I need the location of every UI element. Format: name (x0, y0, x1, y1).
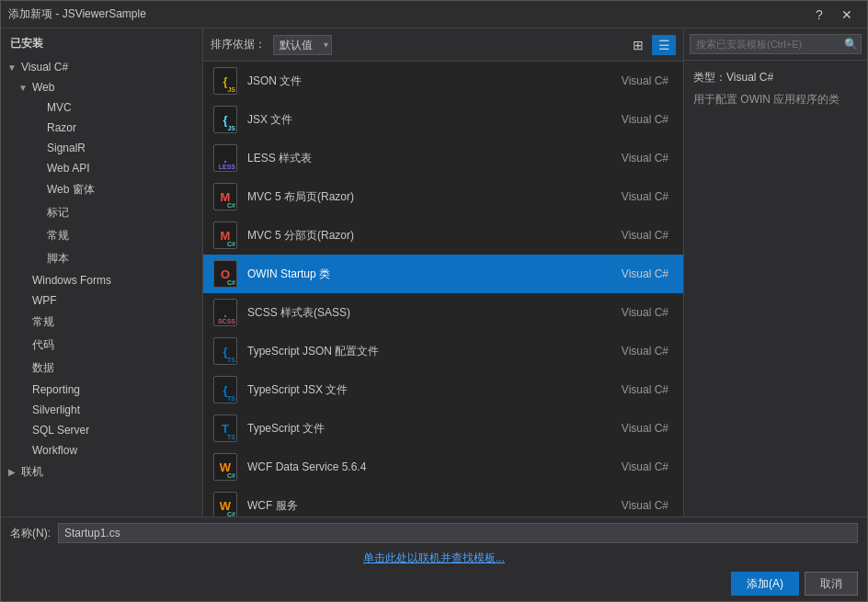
item-icon-mvc5layout: M C# (211, 182, 240, 211)
tree-expand-webapi (30, 161, 45, 176)
tree-expand-workflow (16, 443, 30, 458)
tree-expand-reporting (16, 382, 30, 397)
add-button[interactable]: 添加(A) (731, 572, 799, 596)
help-button[interactable]: ? (806, 5, 832, 25)
item-icon-scss: . SCSS (211, 298, 240, 327)
item-category-wcfservice: Visual C# (622, 499, 668, 512)
tree-item-signalr[interactable]: SignalR (1, 138, 202, 158)
title-bar: 添加新项 - JSViewerSample ? ✕ (1, 1, 867, 28)
tree-item-webapi[interactable]: Web API (1, 158, 202, 178)
tree-item-silverlight[interactable]: Silverlight (1, 400, 202, 420)
tree-item-visual-c#[interactable]: ▼ Visual C# (1, 57, 202, 77)
tree-item-workflow[interactable]: Workflow (1, 440, 202, 460)
item-category-ts: Visual C# (622, 422, 668, 435)
tree-container: ▼ Visual C# ▼ Web MVC Razor SignalR Web … (1, 55, 202, 517)
item-name-tsjson: TypeScript JSON 配置文件 (247, 344, 622, 359)
tree-item-wpf[interactable]: WPF (1, 290, 202, 311)
tree-label-workflow: Workflow (30, 443, 79, 458)
grid-view-button[interactable]: ⊞ (626, 35, 650, 55)
title-bar-text: 添加新项 - JSViewerSample (8, 6, 806, 22)
tree-expand-general1 (16, 315, 30, 330)
search-icon[interactable]: 🔍 (844, 38, 858, 51)
item-name-wcfdata: WCF Data Service 5.6.4 (247, 460, 622, 473)
main-content: 已安装 ▼ Visual C# ▼ Web MVC Razor SignalR … (1, 28, 867, 517)
right-panel-content: 类型：Visual C# 用于配置 OWIN 应用程序的类 (684, 61, 867, 517)
cancel-button[interactable]: 取消 (805, 572, 858, 596)
tree-item-data[interactable]: 数据 (1, 357, 202, 380)
tree-label-code: 代码 (30, 336, 56, 354)
name-input[interactable] (58, 523, 858, 543)
list-item-json[interactable]: { JS JSON 文件 Visual C# (203, 62, 683, 100)
tree-item-mark[interactable]: 标记 (1, 201, 202, 224)
close-button[interactable]: ✕ (834, 5, 860, 25)
item-category-mvc5layout: Visual C# (622, 190, 668, 203)
center-panel: 排序依据： 默认值名称类型 ⊞ ☰ { JS JSON 文件 Visual C#… (203, 28, 683, 517)
item-name-json: JSON 文件 (247, 74, 622, 89)
tree-expand-data (16, 361, 30, 376)
list-item-wcfservice[interactable]: W C# WCF 服务 Visual C# (203, 486, 683, 517)
tree-item-webwindow[interactable]: Web 窗体 (1, 178, 202, 201)
tree-label-visual-c#: Visual C# (19, 60, 70, 74)
tree-expand-web[interactable]: ▼ (16, 80, 30, 95)
tree-label-mark: 标记 (45, 204, 71, 221)
list-item-mvc5partial[interactable]: M C# MVC 5 分部页(Razor) Visual C# (203, 216, 683, 255)
tree-expand-script (30, 252, 45, 267)
search-input[interactable] (690, 34, 862, 54)
item-icon-tsjson: { TS (211, 336, 240, 366)
item-name-jsx: JSX 文件 (247, 112, 622, 128)
tree-item-reporting[interactable]: Reporting (1, 380, 202, 400)
tree-item-web[interactable]: ▼ Web (1, 77, 202, 97)
tree-item-script[interactable]: 脚本 (1, 247, 202, 270)
search-input-wrapper: 🔍 (690, 34, 862, 54)
tree-label-general: 常规 (45, 227, 71, 244)
tree-label-silverlight: Silverlight (30, 403, 82, 417)
sort-select[interactable]: 默认值名称类型 (273, 35, 332, 55)
list-item-owin[interactable]: O C# OWIN Startup 类 Visual C# (203, 255, 683, 293)
list-item-scss[interactable]: . SCSS SCSS 样式表(SASS) Visual C# (203, 293, 683, 332)
tree-item-general[interactable]: 常规 (1, 224, 202, 247)
tree-label-script: 脚本 (45, 250, 71, 267)
item-icon-wcfservice: W C# (211, 491, 240, 517)
list-item-tsjson[interactable]: { TS TypeScript JSON 配置文件 Visual C# (203, 332, 683, 370)
list-item-jsx[interactable]: { JS JSX 文件 Visual C# (203, 100, 683, 139)
tree-item-mvc[interactable]: MVC (1, 97, 202, 118)
tree-expand-mvc (30, 100, 45, 115)
list-item-less[interactable]: . LESS LESS 样式表 Visual C# (203, 139, 683, 177)
button-row: 添加(A) 取消 (10, 572, 858, 596)
tree-expand-sqlserver (16, 423, 30, 437)
list-item-mvc5layout[interactable]: M C# MVC 5 布局页(Razor) Visual C# (203, 177, 683, 216)
tree-label-webapi: Web API (45, 161, 91, 176)
list-item-tsjsx[interactable]: { TS TypeScript JSX 文件 Visual C# (203, 370, 683, 409)
tree-label-reporting: Reporting (30, 382, 82, 397)
online-link[interactable]: 单击此处以联机并查找模板... (363, 551, 505, 564)
tree-expand-code (16, 338, 30, 353)
tree-item-online[interactable]: ▶ 联机 (1, 460, 202, 483)
tree-item-winforms[interactable]: Windows Forms (1, 270, 202, 290)
tree-expand-online[interactable]: ▶ (5, 465, 19, 480)
tree-expand-razor (30, 120, 45, 135)
tree-label-general1: 常规 (30, 313, 56, 331)
tree-item-code[interactable]: 代码 (1, 334, 202, 357)
tree-item-sqlserver[interactable]: SQL Server (1, 420, 202, 440)
description-text: 用于配置 OWIN 应用程序的类 (693, 91, 858, 108)
list-item-wcfdata[interactable]: W C# WCF Data Service 5.6.4 Visual C# (203, 448, 683, 486)
item-category-tsjsx: Visual C# (622, 383, 668, 396)
sort-select-wrapper: 默认值名称类型 (273, 35, 332, 55)
tree-expand-winforms (16, 273, 30, 288)
list-view-button[interactable]: ☰ (652, 35, 676, 55)
item-icon-mvc5partial: M C# (211, 221, 240, 250)
tree-expand-visual-c#[interactable]: ▼ (5, 60, 19, 74)
list-item-ts[interactable]: T TS TypeScript 文件 Visual C# (203, 409, 683, 448)
tree-label-razor: Razor (45, 120, 78, 135)
bottom-bar: 名称(N): 单击此处以联机并查找模板... 添加(A) 取消 (1, 517, 867, 601)
left-panel: 已安装 ▼ Visual C# ▼ Web MVC Razor SignalR … (1, 28, 203, 517)
name-label: 名称(N): (10, 526, 51, 541)
view-buttons: ⊞ ☰ (626, 35, 676, 55)
tree-item-razor[interactable]: Razor (1, 118, 202, 138)
tree-expand-wpf (16, 293, 30, 308)
tree-expand-general (30, 229, 45, 244)
tree-item-general1[interactable]: 常规 (1, 311, 202, 334)
item-category-owin: Visual C# (622, 267, 668, 280)
item-name-mvc5layout: MVC 5 布局页(Razor) (247, 189, 622, 205)
item-name-owin: OWIN Startup 类 (247, 267, 622, 282)
